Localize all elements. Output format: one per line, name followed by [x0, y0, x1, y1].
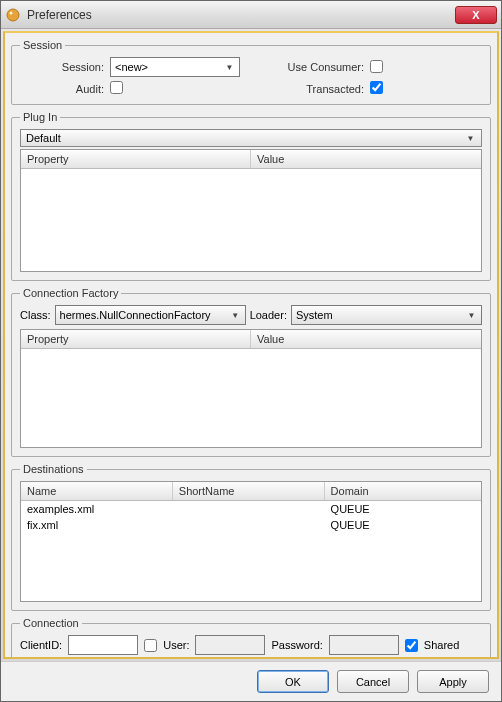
- use-consumer-checkbox[interactable]: [370, 60, 383, 73]
- clientid-input[interactable]: [68, 635, 138, 655]
- cf-table-body[interactable]: [21, 349, 481, 447]
- transacted-label: Transacted:: [240, 83, 370, 95]
- cf-col-property[interactable]: Property: [21, 330, 251, 348]
- close-button[interactable]: X: [455, 6, 497, 24]
- dest-col-domain[interactable]: Domain: [325, 482, 481, 500]
- chevron-down-icon: ▼: [228, 307, 243, 323]
- apply-button[interactable]: Apply: [417, 670, 489, 693]
- table-row[interactable]: fix.xml QUEUE: [21, 517, 481, 533]
- titlebar: Preferences X: [1, 1, 501, 29]
- shared-checkbox[interactable]: [405, 639, 418, 652]
- user-label: User:: [163, 639, 189, 651]
- session-combo-value: <new>: [115, 61, 148, 73]
- dest-col-name[interactable]: Name: [21, 482, 173, 500]
- dest-table-body[interactable]: examples.xml QUEUE fix.xml QUEUE: [21, 501, 481, 601]
- plugin-table-head: Property Value: [21, 150, 481, 169]
- dest-cell-shortname: [173, 517, 325, 533]
- chevron-down-icon: ▼: [463, 130, 478, 146]
- plugin-select[interactable]: Default ▼: [20, 129, 482, 147]
- ok-button[interactable]: OK: [257, 670, 329, 693]
- cf-table: Property Value: [20, 329, 482, 448]
- dest-cell-domain: QUEUE: [325, 501, 481, 517]
- chevron-down-icon: ▼: [464, 307, 479, 323]
- cf-loader-combo[interactable]: System ▼: [291, 305, 482, 325]
- cf-legend: Connection Factory: [20, 287, 121, 299]
- destinations-group: Destinations Name ShortName Domain examp…: [11, 463, 491, 611]
- cancel-button[interactable]: Cancel: [337, 670, 409, 693]
- transacted-checkbox[interactable]: [370, 81, 383, 94]
- connection-legend: Connection: [20, 617, 82, 629]
- cf-table-head: Property Value: [21, 330, 481, 349]
- session-legend: Session: [20, 39, 65, 51]
- session-group: Session Session: <new> ▼ Use Consumer: A…: [11, 39, 491, 105]
- cf-class-combo[interactable]: hermes.NullConnectionFactory ▼: [55, 305, 246, 325]
- plugin-col-property[interactable]: Property: [21, 150, 251, 168]
- plugin-group: Plug In Default ▼ Property Value: [11, 111, 491, 281]
- svg-point-1: [10, 11, 13, 14]
- destinations-table: Name ShortName Domain examples.xml QUEUE…: [20, 481, 482, 602]
- content-area: Session Session: <new> ▼ Use Consumer: A…: [3, 31, 499, 659]
- window-title: Preferences: [27, 8, 455, 22]
- app-icon: [5, 7, 21, 23]
- dest-cell-name: examples.xml: [21, 501, 173, 517]
- cf-class-label: Class:: [20, 309, 51, 321]
- user-checkbox[interactable]: [144, 639, 157, 652]
- preferences-window: Preferences X Session Session: <new> ▼ U…: [0, 0, 502, 702]
- dialog-button-row: OK Cancel Apply: [1, 661, 501, 701]
- chevron-down-icon: ▼: [222, 59, 237, 75]
- cf-class-value: hermes.NullConnectionFactory: [60, 309, 211, 321]
- plugin-table: Property Value: [20, 149, 482, 272]
- dest-cell-domain: QUEUE: [325, 517, 481, 533]
- password-label: Password:: [271, 639, 322, 651]
- audit-checkbox[interactable]: [110, 81, 123, 94]
- plugin-col-value[interactable]: Value: [251, 150, 481, 168]
- dest-cell-shortname: [173, 501, 325, 517]
- dest-col-shortname[interactable]: ShortName: [173, 482, 325, 500]
- session-combo[interactable]: <new> ▼: [110, 57, 240, 77]
- plugin-legend: Plug In: [20, 111, 60, 123]
- dest-legend: Destinations: [20, 463, 87, 475]
- use-consumer-label: Use Consumer:: [240, 61, 370, 73]
- svg-point-0: [7, 9, 19, 21]
- close-icon: X: [472, 9, 479, 21]
- table-row[interactable]: examples.xml QUEUE: [21, 501, 481, 517]
- plugin-table-body[interactable]: [21, 169, 481, 271]
- shared-label: Shared: [424, 639, 459, 651]
- password-input[interactable]: [329, 635, 399, 655]
- plugin-select-value: Default: [26, 132, 61, 144]
- user-input[interactable]: [195, 635, 265, 655]
- session-label: Session:: [20, 61, 110, 73]
- connection-group: Connection ClientID: User: Password: Sha…: [11, 617, 491, 659]
- dest-table-head: Name ShortName Domain: [21, 482, 481, 501]
- cf-col-value[interactable]: Value: [251, 330, 481, 348]
- cf-loader-value: System: [296, 309, 333, 321]
- audit-label: Audit:: [20, 83, 110, 95]
- connection-factory-group: Connection Factory Class: hermes.NullCon…: [11, 287, 491, 457]
- cf-loader-label: Loader:: [250, 309, 287, 321]
- dest-cell-name: fix.xml: [21, 517, 173, 533]
- clientid-label: ClientID:: [20, 639, 62, 651]
